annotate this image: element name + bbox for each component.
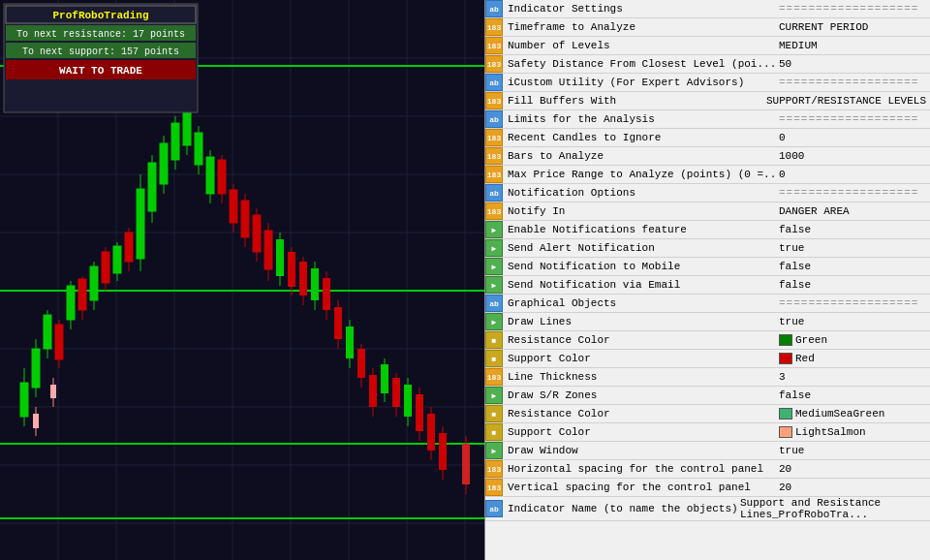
icon-ab: ab [485,0,503,17]
svg-rect-27 [44,315,51,349]
row-label: Draw S/R Zones [504,389,775,401]
row-value: true [775,316,930,327]
svg-rect-39 [160,143,168,184]
svg-rect-61 [241,201,249,237]
svg-text:WAIT TO TRADE: WAIT TO TRADE [59,65,142,77]
icon-green-arrow: ▶ [485,276,503,294]
svg-rect-45 [195,133,202,165]
row-value: SUPPORT/RESISTANCE LEVELS [762,95,930,107]
row-label: Indicator Name (to name the objects) [504,503,736,514]
divider-value: =================== [779,297,918,309]
settings-row[interactable]: abiCustom Utility (For Expert Advisors)=… [485,74,930,92]
row-value: false [775,389,930,401]
color-swatch [779,334,792,346]
svg-rect-53 [102,252,109,283]
row-value: CURRENT PERIOD [775,21,930,33]
settings-row[interactable]: ▶Send Alert Notificationtrue [485,239,930,258]
svg-rect-81 [357,349,365,378]
row-value: Green [775,334,930,346]
svg-text:ProfRoboTrading: ProfRoboTrading [52,10,148,21]
icon-green-arrow: ▶ [485,239,503,257]
svg-rect-55 [125,233,133,262]
row-label: Support Color [504,353,775,364]
icon-green-arrow: ▶ [485,387,503,404]
svg-rect-87 [392,378,400,407]
divider-value: =================== [779,113,918,125]
settings-row[interactable]: abGraphical Objects=================== [485,295,930,313]
icon-yellow-sq: ■ [485,405,503,422]
row-label: Draw Lines [504,316,775,327]
settings-row[interactable]: 183Bars to Analyze1000 [485,147,930,166]
chart-canvas: ProfRoboTrading To next resistance: 17 p… [0,0,484,560]
svg-rect-47 [206,157,214,194]
icon-183: 183 [485,55,503,73]
row-label: Horizontal spacing for the control panel [504,463,775,475]
row-value: 0 [775,169,930,180]
svg-rect-41 [171,123,179,160]
settings-row[interactable]: 183Safety Distance From Closest Level (p… [485,55,930,74]
settings-row[interactable]: 183Horizontal spacing for the control pa… [485,460,930,479]
row-value: Support and Resistance Lines_ProfRoboTra… [736,497,930,520]
svg-rect-91 [416,394,423,431]
settings-row[interactable]: abIndicator Name (to name the objects)Su… [485,497,930,521]
color-swatch [779,426,792,438]
svg-rect-69 [288,252,295,287]
settings-row[interactable]: ▶Draw Windowtrue [485,442,930,460]
row-label: Resistance Color [504,334,775,346]
row-value: DANGER AREA [775,205,930,217]
settings-row[interactable]: ■Resistance ColorGreen [485,331,930,350]
icon-183: 183 [485,37,503,54]
settings-row[interactable]: 183Fill Buffers WithSUPPORT/RESISTANCE L… [485,92,930,110]
svg-rect-95 [439,433,447,470]
svg-rect-73 [311,268,319,300]
icon-ab: ab [485,110,503,128]
chart-panel: ProfRoboTrading To next resistance: 17 p… [0,0,484,560]
row-value: 20 [775,463,930,475]
settings-row[interactable]: abLimits for the Analysis===============… [485,110,930,129]
settings-row[interactable]: ■Resistance ColorMediumSeaGreen [485,405,930,423]
settings-row[interactable]: ▶Send Notification to Mobilefalse [485,258,930,276]
settings-row[interactable]: 183Recent Candles to Ignore0 [485,129,930,147]
svg-rect-35 [137,189,144,259]
divider-value: =================== [779,187,918,199]
row-label: Vertical spacing for the control panel [504,482,775,493]
row-label: Bars to Analyze [504,150,775,162]
row-value: 20 [775,482,930,493]
settings-row[interactable]: 183Number of LevelsMEDIUM [485,37,930,55]
row-label: Graphical Objects [504,297,775,309]
settings-row[interactable]: abNotification Options==================… [485,184,930,202]
settings-row[interactable]: ■Support ColorLightSalmon [485,423,930,442]
row-label: Enable Notifications feature [504,224,775,235]
settings-row[interactable]: 183Timeframe to AnalyzeCURRENT PERIOD [485,18,930,37]
row-label: Support Color [504,426,775,438]
settings-row[interactable]: ▶Draw S/R Zonesfalse [485,387,930,405]
svg-rect-25 [32,349,40,388]
icon-green-arrow: ▶ [485,313,503,330]
row-value: true [775,242,930,254]
svg-rect-97 [462,444,470,484]
settings-row[interactable]: ▶Draw Linestrue [485,313,930,331]
settings-row[interactable]: ▶Enable Notifications featurefalse [485,221,930,239]
row-label: Notify In [504,205,775,217]
icon-ab: ab [485,184,503,202]
icon-yellow-sq: ■ [485,331,503,349]
svg-rect-29 [67,286,75,320]
row-value: false [775,261,930,272]
settings-row[interactable]: ■Support ColorRed [485,350,930,368]
svg-rect-57 [218,160,226,194]
svg-rect-31 [90,266,98,300]
row-value: 50 [775,58,930,70]
row-value: MEDIUM [775,40,930,51]
settings-row[interactable]: ▶Send Notification via Emailfalse [485,276,930,295]
settings-row[interactable]: abIndicator Settings=================== [485,0,930,18]
settings-row[interactable]: 183Line Thickness3 [485,368,930,387]
svg-rect-59 [230,190,237,223]
color-value-text: Green [795,334,827,346]
icon-183: 183 [485,202,503,220]
settings-row[interactable]: 183Vertical spacing for the control pane… [485,479,930,497]
settings-row[interactable]: 183Max Price Range to Analyze (points) (… [485,166,930,184]
row-label: Notification Options [504,187,775,199]
row-value: false [775,224,930,235]
settings-row[interactable]: 183Notify InDANGER AREA [485,202,930,221]
svg-rect-93 [427,414,435,451]
